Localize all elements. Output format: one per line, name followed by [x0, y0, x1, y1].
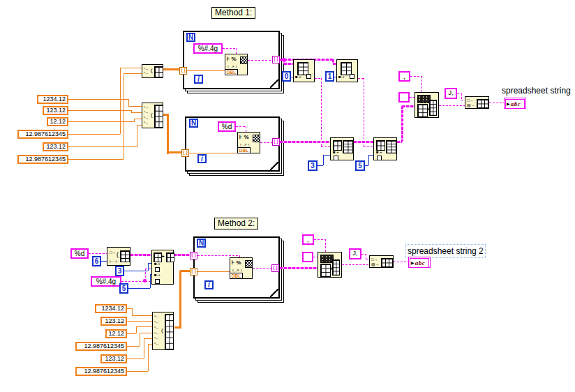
wire-segment[interactable] — [236, 48, 237, 54]
loop-count-terminal[interactable]: N — [197, 239, 206, 248]
wire-segment[interactable] — [358, 78, 364, 79]
wire-segment[interactable] — [89, 253, 107, 254]
replace-array-subset-node[interactable]: + ■.+ ■.+ — [151, 250, 174, 285]
format-string-constant[interactable]: %d — [218, 121, 236, 132]
wire-segment[interactable] — [167, 151, 182, 153]
concatenate-strings-node[interactable]: □→ ▨→ — [465, 96, 489, 109]
wire-segment[interactable] — [189, 153, 237, 153]
wire-segment[interactable] — [321, 78, 322, 146]
wire-segment[interactable] — [127, 371, 148, 372]
wire-segment[interactable] — [364, 78, 364, 146]
loop-count-terminal[interactable]: N — [186, 33, 195, 42]
wire-segment[interactable] — [144, 338, 144, 359]
wire-segment[interactable] — [402, 105, 415, 107]
wire-segment[interactable] — [136, 326, 152, 327]
array-to-spreadsheet-string-node[interactable]: + — [318, 252, 342, 278]
index-constant[interactable]: 0 — [282, 71, 291, 82]
wire-segment[interactable] — [187, 70, 225, 71]
replace-position-constant[interactable]: 5 — [119, 283, 128, 294]
numeric-constant[interactable]: 1234.12 — [95, 304, 127, 313]
wire-segment[interactable] — [223, 48, 236, 49]
wire-segment[interactable] — [121, 281, 145, 282]
numeric-constant[interactable]: 12.987612345 — [75, 342, 127, 351]
wire-segment[interactable] — [314, 239, 325, 240]
loop-input-tunnel[interactable]: [] — [179, 67, 187, 75]
wire-segment[interactable] — [127, 333, 136, 334]
wire-segment[interactable] — [137, 125, 142, 126]
array-size-constant[interactable]: 6 — [92, 256, 101, 266]
wire-segment[interactable] — [280, 267, 318, 269]
numeric-constant[interactable]: 12.12 — [105, 329, 127, 338]
concatenate-strings-node[interactable]: □→ ▨→ — [369, 255, 394, 268]
format-into-string-node[interactable]: ⊦ % !, ↗ ! DBL — [230, 257, 253, 279]
wire-segment[interactable] — [127, 346, 140, 347]
build-array-node[interactable]: ▫‥▫‥▫‥▫‥▫‥▫‥( — [152, 312, 174, 350]
wire-segment[interactable] — [315, 78, 321, 79]
loop-input-tunnel[interactable]: [] — [190, 268, 197, 276]
wire-segment[interactable] — [68, 146, 137, 147]
wire-segment[interactable] — [163, 68, 180, 70]
wire-segment[interactable] — [167, 114, 169, 154]
wire-segment[interactable] — [323, 155, 330, 156]
build-array-node[interactable]: ▫‥▫‥( — [142, 64, 163, 78]
wire-segment[interactable] — [132, 308, 133, 315]
wire-segment[interactable] — [354, 141, 373, 143]
eol-string-constant[interactable]: J, — [349, 248, 361, 259]
loop-output-tunnel[interactable]: [] — [272, 56, 280, 63]
wire-segment[interactable] — [253, 268, 271, 269]
wire-segment[interactable] — [260, 142, 272, 143]
wire-segment[interactable] — [140, 333, 140, 346]
empty-string-constant[interactable] — [302, 252, 313, 262]
array-to-spreadsheet-string-node[interactable]: + — [415, 92, 439, 118]
numeric-constant[interactable]: 1234.12 — [37, 95, 68, 104]
wire-segment[interactable] — [130, 254, 151, 256]
loop-count-terminal[interactable]: N — [189, 119, 198, 128]
insert-position-constant[interactable]: 3 — [308, 160, 318, 171]
wire-segment[interactable] — [127, 308, 132, 309]
wire-segment[interactable] — [394, 262, 408, 262]
wire-segment[interactable] — [131, 112, 142, 113]
empty-string-constant[interactable] — [398, 92, 410, 103]
wire-segment[interactable] — [365, 165, 368, 166]
format-into-string-node[interactable]: ⊦ % !, ↗ ! DBL — [237, 132, 260, 153]
wire-segment[interactable] — [401, 106, 403, 142]
wire-segment[interactable] — [101, 261, 107, 262]
indicator-label[interactable]: spreadsheet string — [502, 86, 571, 96]
wire-segment[interactable] — [148, 263, 149, 271]
wire-segment[interactable] — [68, 134, 120, 135]
wire-segment[interactable] — [236, 126, 246, 127]
initialize-array-node[interactable]: □→ ( ⊢⊣ — [107, 247, 130, 266]
numeric-constant[interactable]: 12.987612345 — [17, 155, 68, 164]
wire-segment[interactable] — [134, 119, 142, 119]
indicator-label[interactable]: spreadsheet string 2 — [408, 246, 484, 256]
wire-segment[interactable] — [144, 338, 152, 339]
wire-segment[interactable] — [248, 60, 272, 61]
wire-segment[interactable] — [321, 146, 330, 147]
eol-string-constant[interactable]: J, — [445, 88, 457, 99]
numeric-constant[interactable]: 123.12 — [43, 106, 68, 115]
index-array-node[interactable]: ■.+ — [293, 59, 315, 82]
wire-segment[interactable] — [120, 68, 142, 68]
wire-segment[interactable] — [366, 254, 366, 259]
numeric-constant[interactable]: 123.12 — [100, 354, 127, 363]
wire-segment[interactable] — [174, 254, 190, 256]
index-constant[interactable]: 1 — [325, 71, 334, 82]
wire-segment[interactable] — [127, 321, 152, 322]
wire-segment[interactable] — [132, 315, 152, 316]
wire-segment[interactable] — [461, 93, 462, 100]
build-array-node[interactable]: ▫‥▫‥▫‥▫‥( — [142, 103, 163, 128]
string-indicator[interactable]: ▶ abc — [504, 98, 526, 109]
insert-position-constant[interactable]: 5 — [355, 160, 365, 171]
numeric-constant[interactable]: 123.12 — [43, 142, 68, 151]
wire-segment[interactable] — [364, 146, 373, 147]
wire-segment[interactable] — [124, 73, 142, 74]
numeric-constant[interactable]: 123.12 — [100, 317, 127, 326]
wire-segment[interactable] — [368, 155, 369, 165]
wire-segment[interactable] — [410, 76, 421, 77]
wire-segment[interactable] — [180, 270, 191, 272]
numeric-constant[interactable]: 12.12 — [47, 117, 68, 126]
insert-into-array-node[interactable]: ■.+ — [330, 137, 354, 160]
wire-segment[interactable] — [128, 288, 150, 289]
numeric-constant[interactable]: 12.987612345 — [17, 130, 68, 139]
loop-input-tunnel[interactable]: [] — [181, 149, 189, 157]
